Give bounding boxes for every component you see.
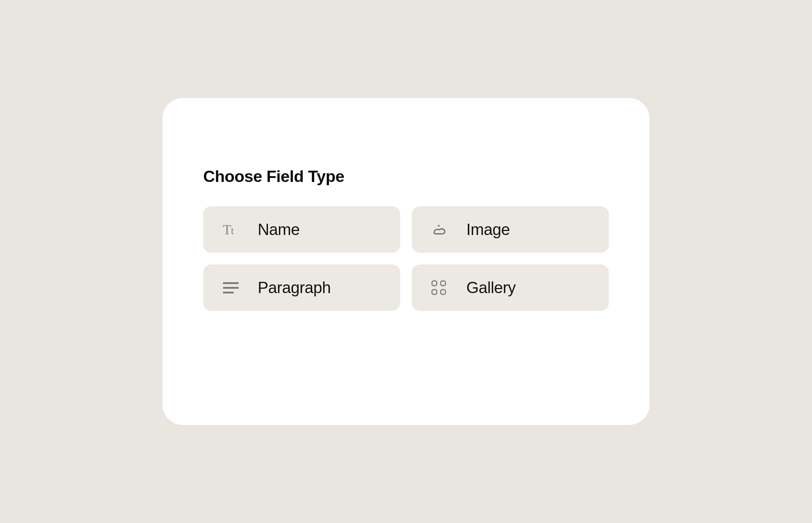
image-icon [431,221,449,238]
modal-title: Choose Field Type [203,167,609,186]
field-options-grid: Tt Name Image Paragraph [203,206,609,311]
gallery-icon [431,280,449,295]
field-option-paragraph[interactable]: Paragraph [203,264,400,311]
field-option-label: Name [258,220,300,239]
text-icon: Tt [223,223,240,236]
field-option-label: Gallery [466,279,516,297]
field-option-label: Paragraph [258,279,331,297]
field-option-gallery[interactable]: Gallery [412,264,609,311]
field-option-image[interactable]: Image [412,206,609,253]
svg-point-0 [438,225,440,227]
field-type-modal: Choose Field Type Tt Name Image [162,98,650,425]
paragraph-icon [223,282,240,293]
field-option-label: Image [466,220,510,239]
field-option-name[interactable]: Tt Name [203,206,400,253]
